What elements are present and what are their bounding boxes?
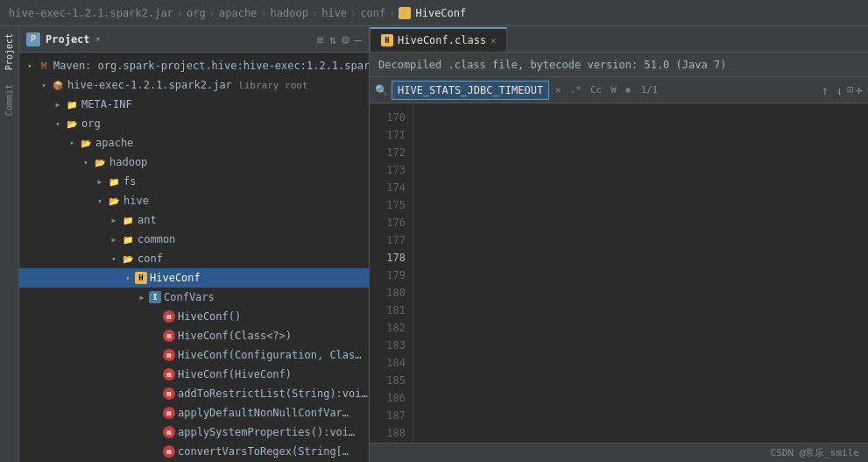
common-label: common <box>138 233 175 245</box>
code-line-170 <box>422 144 859 161</box>
decompile-notice-text: Decompiled .class file, bytecode version… <box>378 59 726 71</box>
tree-item-method-4[interactable]: m HiveConf(HiveConf) <box>19 365 369 384</box>
m7-icon: m <box>163 426 175 438</box>
hiveconf-class-label: HiveConf <box>150 272 201 284</box>
org-folder-icon: 📂 <box>65 117 79 131</box>
search-next-btn[interactable]: ↓ <box>833 83 845 97</box>
breadcrumb-hive[interactable]: hive <box>321 7 347 19</box>
code-content[interactable]: REGATOR, HIVE_STATS_JDBC_TIMEOUT, HIVE_S… <box>413 103 868 443</box>
search-case-btn[interactable]: Cc <box>588 83 604 96</box>
sidebar-tab-commit[interactable]: Commit <box>2 77 17 123</box>
tree-item-method-1[interactable]: m HiveConf() <box>19 307 369 326</box>
tree-item-ant[interactable]: ▶ 📁 ant <box>19 210 369 230</box>
panel-action-list[interactable]: ≡ <box>316 32 323 46</box>
tree-item-common[interactable]: ▶ 📁 common <box>19 230 369 249</box>
project-panel-icon: P <box>26 32 40 46</box>
panel-action-sort[interactable]: ⇅ <box>329 32 336 46</box>
hive-arrow: ▾ <box>93 194 107 208</box>
hadoop-arrow: ▾ <box>79 155 93 169</box>
tree-item-apache[interactable]: ▾ 📂 apache <box>19 133 369 153</box>
m5-icon: m <box>163 387 175 400</box>
tree-item-meta-inf[interactable]: ▶ 📁 META-INF <box>19 95 369 114</box>
confvars-icon: I <box>149 291 161 303</box>
tree-item-method-6[interactable]: m applyDefaultNonNullConfVar… <box>19 403 369 423</box>
editor-tab-hiveconf[interactable]: H HiveConf.class × <box>370 27 507 52</box>
maven-arrow: ▾ <box>23 59 37 73</box>
search-input[interactable] <box>392 81 549 100</box>
org-arrow: ▾ <box>51 117 65 131</box>
m2-icon: m <box>163 330 175 342</box>
breadcrumb: hive-exec-1.2.1.spark2.jar › org › apach… <box>9 7 466 19</box>
breadcrumb-org[interactable]: org <box>187 7 206 19</box>
search-regex-btn[interactable]: .* <box>568 83 584 96</box>
m5-arrow <box>149 387 163 401</box>
decompile-notice: Decompiled .class file, bytecode version… <box>370 53 868 77</box>
project-dropdown-arrow[interactable]: ▾ <box>95 33 102 45</box>
meta-folder-icon: 📁 <box>65 97 79 111</box>
tree-item-hive[interactable]: ▾ 📂 hive <box>19 191 369 210</box>
search-count: 1/1 <box>640 84 658 96</box>
search-icon[interactable]: 🔍 <box>375 84 388 96</box>
m8-label: convertVarsToRegex(String[… <box>178 445 349 458</box>
breadcrumb-apache[interactable]: apache <box>219 7 257 19</box>
tree-item-confvars[interactable]: ▶ I ConfVars <box>19 288 369 307</box>
hive-label: hive <box>123 195 149 207</box>
m3-label: HiveConf(Configuration, Clas… <box>178 349 362 361</box>
tree-item-hadoop[interactable]: ▾ 📂 hadoop <box>19 153 369 172</box>
m4-label: HiveConf(HiveConf) <box>178 368 292 380</box>
search-nav: ↑ ↓ ⊡ + <box>818 83 863 97</box>
sep4: › <box>312 7 318 19</box>
ant-label: ant <box>138 214 157 226</box>
panel-actions: ≡ ⇅ ⚙ — <box>316 32 362 46</box>
fs-label: fs <box>123 175 136 188</box>
conf-label: conf <box>138 252 163 265</box>
panel-action-minimize[interactable]: — <box>355 32 362 46</box>
tree-item-method-5[interactable]: m addToRestrictList(String):voi… <box>19 384 369 403</box>
search-opts-btn[interactable]: ✱ <box>623 83 634 96</box>
hiveconf-arrow: ▾ <box>121 271 135 285</box>
panel-action-settings[interactable]: ⚙ <box>342 32 349 46</box>
m1-arrow <box>149 309 163 323</box>
meta-arrow: ▶ <box>51 97 65 111</box>
hadoop-label: hadoop <box>109 156 147 168</box>
tree-item-maven[interactable]: ▾ M Maven: org.spark-project.hive:hive-e… <box>19 56 369 75</box>
tree-item-conf[interactable]: ▾ 📂 conf <box>19 249 369 268</box>
tree-item-method-7[interactable]: m applySystemProperties():voi… <box>19 423 369 442</box>
m7-arrow <box>149 425 163 439</box>
panel-title-area: P Project ▾ <box>26 32 101 46</box>
status-text: CSDN @常乐_smile <box>771 446 859 459</box>
breadcrumb-conf[interactable]: conf <box>360 7 385 19</box>
sidebar-tab-project[interactable]: Project <box>2 26 17 77</box>
status-bar: CSDN @常乐_smile <box>370 443 868 462</box>
m5-label: addToRestrictList(String):voi… <box>178 387 368 400</box>
tab-close-btn[interactable]: × <box>490 36 496 46</box>
search-expand-btn[interactable]: + <box>856 83 863 97</box>
search-wrap-btn[interactable]: ⊡ <box>847 83 853 97</box>
hiveconf-class-icon: H <box>135 272 147 284</box>
m8-arrow <box>149 444 163 458</box>
jar-icon: 📦 <box>51 78 65 92</box>
breadcrumb-hiveconf[interactable]: HiveConf <box>415 7 466 19</box>
apache-label: apache <box>95 137 133 149</box>
m4-arrow <box>149 367 163 381</box>
project-tree: ▾ M Maven: org.spark-project.hive:hive-e… <box>19 53 369 462</box>
tree-item-method-8[interactable]: m convertVarsToRegex(String[… <box>19 442 369 461</box>
tree-item-method-2[interactable]: m HiveConf(Class<?>) <box>19 326 369 345</box>
breadcrumb-hadoop[interactable]: hadoop <box>271 7 308 19</box>
jar-label: hive-exec-1.2.1.spark2.jar library root <box>67 79 308 91</box>
m3-arrow <box>149 348 163 362</box>
m2-arrow <box>149 329 163 343</box>
search-clear-btn[interactable]: ✕ <box>553 83 564 96</box>
editor-area: H HiveConf.class × Decompiled .class fil… <box>370 26 868 462</box>
tree-item-fs[interactable]: ▶ 📁 fs <box>19 172 369 191</box>
project-panel-title: Project <box>46 33 90 46</box>
apache-arrow: ▾ <box>65 136 79 150</box>
tree-item-hiveconf[interactable]: ▾ H HiveConf <box>19 268 369 288</box>
breadcrumb-jar[interactable]: hive-exec-1.2.1.spark2.jar <box>9 7 173 19</box>
tree-item-method-3[interactable]: m HiveConf(Configuration, Clas… <box>19 345 369 365</box>
m6-label: applyDefaultNonNullConfVar… <box>178 407 349 419</box>
search-word-btn[interactable]: W <box>608 83 619 96</box>
tree-item-org[interactable]: ▾ 📂 org <box>19 114 369 133</box>
tree-item-jar[interactable]: ▾ 📦 hive-exec-1.2.1.spark2.jar library r… <box>19 75 369 95</box>
search-prev-btn[interactable]: ↑ <box>818 83 830 97</box>
